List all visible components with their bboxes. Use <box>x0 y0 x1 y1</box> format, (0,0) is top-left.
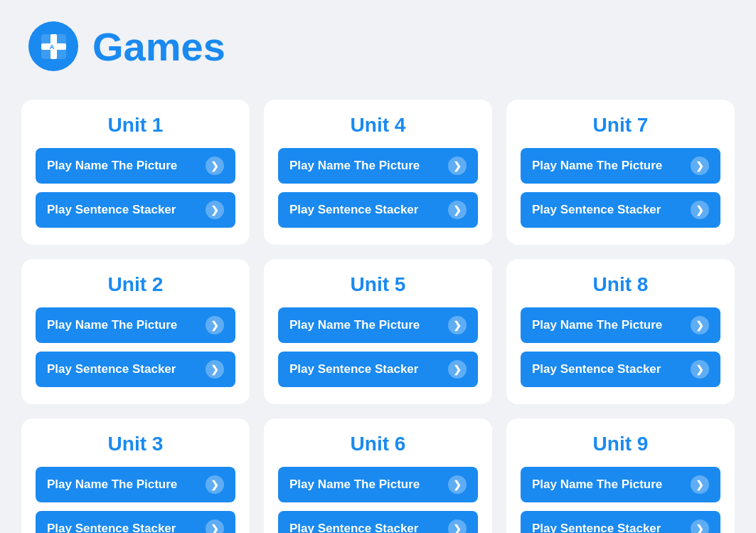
chevron-right-icon: ❯ <box>691 519 709 533</box>
name-picture-3-button[interactable]: Play Name The Picture❯ <box>36 467 235 502</box>
sentence-stacker-4-label: Play Sentence Stacker <box>289 203 418 217</box>
unit-title-unit-8: Unit 8 <box>593 273 649 296</box>
sentence-stacker-9-button[interactable]: Play Sentence Stacker❯ <box>521 511 720 533</box>
chevron-right-icon: ❯ <box>206 316 224 334</box>
unit-title-unit-2: Unit 2 <box>108 273 164 296</box>
sentence-stacker-1-label: Play Sentence Stacker <box>47 203 176 217</box>
sentence-stacker-3-button[interactable]: Play Sentence Stacker❯ <box>36 511 235 533</box>
sentence-stacker-1-button[interactable]: Play Sentence Stacker❯ <box>36 192 235 228</box>
chevron-right-icon: ❯ <box>448 475 467 494</box>
unit-title-unit-4: Unit 4 <box>351 114 406 137</box>
chevron-right-icon: ❯ <box>206 360 224 379</box>
chevron-right-icon: ❯ <box>448 360 467 379</box>
sentence-stacker-6-label: Play Sentence Stacker <box>289 522 418 533</box>
name-picture-9-label: Play Name The Picture <box>532 477 662 492</box>
chevron-right-icon: ❯ <box>691 360 709 379</box>
chevron-right-icon: ❯ <box>691 157 709 175</box>
sentence-stacker-2-button[interactable]: Play Sentence Stacker❯ <box>36 352 235 387</box>
unit-title-unit-1: Unit 1 <box>108 114 164 137</box>
unit-card-unit-8: Unit 8Play Name The Picture❯Play Sentenc… <box>506 259 735 404</box>
name-picture-8-button[interactable]: Play Name The Picture❯ <box>521 307 720 343</box>
name-picture-5-button[interactable]: Play Name The Picture❯ <box>278 307 478 343</box>
name-picture-7-button[interactable]: Play Name The Picture❯ <box>521 148 720 184</box>
unit-title-unit-7: Unit 7 <box>593 114 649 137</box>
chevron-right-icon: ❯ <box>206 475 224 494</box>
page-header: A Games <box>14 14 742 78</box>
sentence-stacker-7-button[interactable]: Play Sentence Stacker❯ <box>521 192 720 228</box>
name-picture-2-label: Play Name The Picture <box>47 318 177 332</box>
name-picture-8-label: Play Name The Picture <box>532 318 662 332</box>
name-picture-9-button[interactable]: Play Name The Picture❯ <box>521 467 720 502</box>
chevron-right-icon: ❯ <box>691 201 709 219</box>
chevron-right-icon: ❯ <box>691 475 709 494</box>
sentence-stacker-8-button[interactable]: Play Sentence Stacker❯ <box>521 352 720 387</box>
sentence-stacker-7-label: Play Sentence Stacker <box>532 203 661 217</box>
name-picture-6-button[interactable]: Play Name The Picture❯ <box>278 467 478 502</box>
chevron-right-icon: ❯ <box>448 519 467 533</box>
name-picture-7-label: Play Name The Picture <box>532 159 662 173</box>
sentence-stacker-9-label: Play Sentence Stacker <box>532 522 661 533</box>
unit-card-unit-9: Unit 9Play Name The Picture❯Play Sentenc… <box>506 418 735 533</box>
units-grid: Unit 1Play Name The Picture❯Play Sentenc… <box>14 100 742 533</box>
chevron-right-icon: ❯ <box>691 316 709 334</box>
name-picture-5-label: Play Name The Picture <box>289 318 420 332</box>
chevron-right-icon: ❯ <box>206 519 224 533</box>
sentence-stacker-3-label: Play Sentence Stacker <box>47 522 176 533</box>
name-picture-4-button[interactable]: Play Name The Picture❯ <box>278 148 478 184</box>
unit-card-unit-1: Unit 1Play Name The Picture❯Play Sentenc… <box>21 100 250 245</box>
name-picture-1-label: Play Name The Picture <box>47 159 177 173</box>
chevron-right-icon: ❯ <box>206 201 224 219</box>
chevron-right-icon: ❯ <box>448 316 467 334</box>
unit-card-unit-3: Unit 3Play Name The Picture❯Play Sentenc… <box>21 418 250 533</box>
unit-title-unit-6: Unit 6 <box>351 433 406 455</box>
unit-title-unit-3: Unit 3 <box>108 433 164 455</box>
chevron-right-icon: ❯ <box>448 157 467 175</box>
sentence-stacker-5-button[interactable]: Play Sentence Stacker❯ <box>278 352 478 387</box>
name-picture-1-button[interactable]: Play Name The Picture❯ <box>36 148 235 184</box>
page-title: Games <box>92 23 225 70</box>
chevron-right-icon: ❯ <box>448 201 467 219</box>
sentence-stacker-8-label: Play Sentence Stacker <box>532 362 661 376</box>
name-picture-6-label: Play Name The Picture <box>289 477 420 492</box>
unit-card-unit-2: Unit 2Play Name The Picture❯Play Sentenc… <box>21 259 250 404</box>
chevron-right-icon: ❯ <box>206 157 224 175</box>
sentence-stacker-5-label: Play Sentence Stacker <box>289 362 418 376</box>
unit-title-unit-5: Unit 5 <box>351 273 406 296</box>
unit-card-unit-7: Unit 7Play Name The Picture❯Play Sentenc… <box>506 100 735 245</box>
unit-card-unit-6: Unit 6Play Name The Picture❯Play Sentenc… <box>264 418 492 533</box>
unit-title-unit-9: Unit 9 <box>593 433 649 455</box>
sentence-stacker-6-button[interactable]: Play Sentence Stacker❯ <box>278 511 478 533</box>
sentence-stacker-4-button[interactable]: Play Sentence Stacker❯ <box>278 192 478 228</box>
unit-card-unit-4: Unit 4Play Name The Picture❯Play Sentenc… <box>264 100 492 245</box>
name-picture-4-label: Play Name The Picture <box>289 159 420 173</box>
unit-card-unit-5: Unit 5Play Name The Picture❯Play Sentenc… <box>264 259 492 404</box>
name-picture-2-button[interactable]: Play Name The Picture❯ <box>36 307 235 343</box>
sentence-stacker-2-label: Play Sentence Stacker <box>47 362 176 376</box>
name-picture-3-label: Play Name The Picture <box>47 477 177 492</box>
app-logo-icon: A <box>28 21 78 71</box>
svg-text:A: A <box>49 43 54 51</box>
